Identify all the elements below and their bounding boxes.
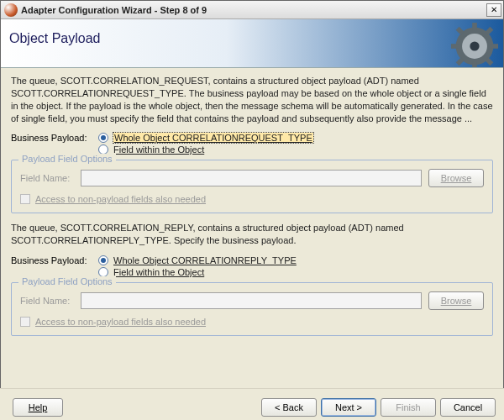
next-button[interactable]: Next >: [321, 398, 376, 417]
request-field-options: Payload Field Options Field Name: Browse…: [11, 160, 493, 213]
reply-field-name-label: Field Name:: [20, 296, 81, 306]
reply-radio-field-label[interactable]: Field within the Object: [113, 267, 204, 277]
title-bar: Adapter Configuration Wizard - Step 8 of…: [1, 1, 503, 19]
request-access-checkbox: [20, 194, 30, 204]
gear-icon: [451, 23, 498, 68]
request-description: The queue, SCOTT.CORRELATION_REQUEST, co…: [11, 75, 493, 124]
svg-rect-6: [491, 44, 498, 49]
cancel-button[interactable]: Cancel: [440, 398, 496, 417]
wizard-banner: Object Payload: [1, 19, 503, 68]
reply-field-name-input: [81, 292, 422, 309]
request-access-label: Access to non-payload fields also needed: [35, 194, 206, 204]
request-field-name-label: Field Name:: [20, 173, 81, 183]
request-browse-button: Browse: [428, 169, 484, 187]
reply-payload-row2: Field within the Object: [98, 267, 493, 277]
svg-rect-5: [451, 44, 459, 49]
reply-radio-whole-label[interactable]: Whole Object CORRELATIONREPLY_TYPE: [113, 255, 297, 265]
request-radio-whole[interactable]: [98, 133, 108, 143]
page-heading: Object Payload: [9, 31, 101, 46]
back-button[interactable]: < Back: [261, 398, 317, 417]
request-field-name-input: [81, 170, 422, 186]
finish-button: Finish: [381, 398, 436, 417]
reply-payload-label: Business Payload:: [11, 255, 98, 265]
reply-fieldset-legend: Payload Field Options: [18, 276, 116, 286]
request-payload-label: Business Payload:: [11, 133, 98, 143]
request-radio-whole-label[interactable]: Whole Object CORRELATIONREQUEST_TYPE: [113, 133, 313, 143]
close-button[interactable]: ✕: [486, 3, 501, 17]
reply-payload-row: Business Payload: Whole Object CORRELATI…: [11, 255, 493, 265]
request-payload-row2: Field within the Object: [98, 144, 493, 155]
reply-browse-button: Browse: [428, 291, 484, 310]
reply-access-checkbox: [20, 317, 30, 327]
reply-radio-whole[interactable]: [98, 255, 108, 265]
request-payload-row: Business Payload: Whole Object CORRELATI…: [11, 133, 493, 143]
request-radio-field-label[interactable]: Field within the Object: [113, 144, 204, 155]
svg-rect-4: [472, 62, 477, 68]
wizard-content: The queue, SCOTT.CORRELATION_REQUEST, co…: [1, 68, 503, 336]
reply-access-label: Access to non-payload fields also needed: [35, 317, 206, 327]
svg-point-2: [470, 41, 479, 50]
reply-description: The queue, SCOTT.CORRELATION_REPLY, cont…: [11, 222, 493, 247]
window-title: Adapter Configuration Wizard - Step 8 of…: [21, 5, 486, 15]
app-icon: [4, 3, 18, 17]
reply-field-options: Payload Field Options Field Name: Browse…: [11, 282, 493, 336]
svg-rect-3: [472, 23, 477, 30]
wizard-footer: Help < Back Next > Finish Cancel: [0, 388, 504, 420]
help-button[interactable]: Help: [13, 398, 63, 417]
request-fieldset-legend: Payload Field Options: [18, 154, 116, 164]
